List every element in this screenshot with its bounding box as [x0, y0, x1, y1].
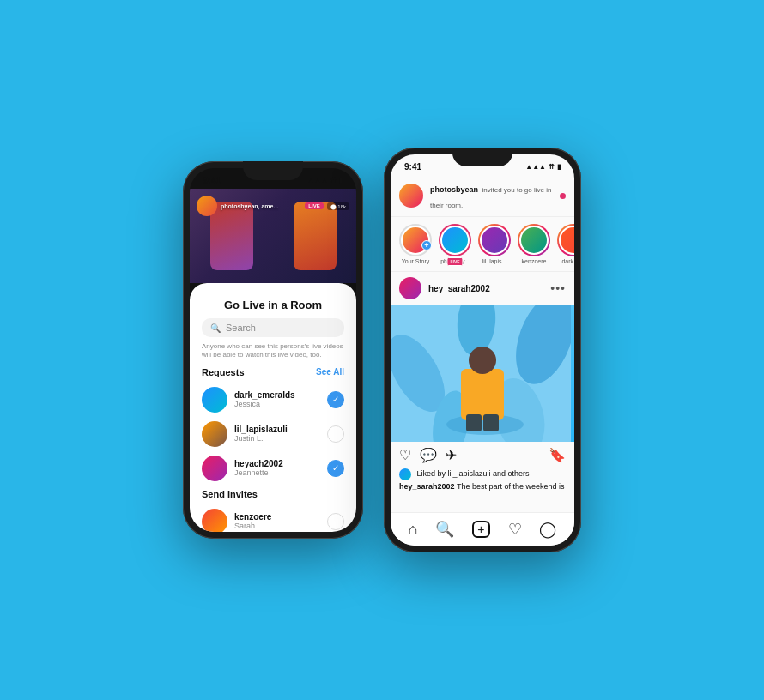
check-kenzoere[interactable] [327, 513, 344, 530]
story-item-dark-e[interactable]: dark_e... [557, 224, 574, 264]
send-invites-section-header: Send Invites [202, 489, 344, 499]
story-avatar-wrap-dark-e [557, 224, 574, 256]
story-avatar-wrap-kenzoere [518, 224, 550, 256]
requests-label: Requests [202, 367, 245, 377]
sheet-title: Go Live in a Room [202, 299, 344, 311]
avatar-lil-lapislazuli [202, 421, 227, 447]
caption-username: hey_sarah2002 [399, 482, 455, 491]
svg-rect-7 [461, 369, 504, 420]
search-bar[interactable]: 🔍 Search [202, 318, 344, 337]
username-dark-emeralds: dark_emeralds [234, 390, 320, 400]
post-avatar [399, 277, 421, 299]
svg-point-8 [469, 347, 496, 374]
live-story-badge: LIVE [446, 257, 463, 266]
post-actions: ♡ 💬 ✈ 🔖 [391, 442, 574, 468]
see-all-button[interactable]: See All [316, 367, 344, 377]
post-caption: hey_sarah2002 The best part of the weeke… [391, 482, 574, 496]
post-options-button[interactable]: ••• [550, 281, 566, 295]
story-item-photosby[interactable]: LIVE photosby... [439, 224, 471, 264]
story-label-lil-lapis: lil_lapis... [478, 258, 511, 264]
username-heyach2002: heyach2002 [234, 459, 320, 468]
bottom-sheet: Go Live in a Room 🔍 Search Anyone who ca… [190, 283, 356, 532]
nav-home-button[interactable]: ⌂ [408, 521, 417, 539]
send-invites-label: Send Invites [202, 489, 258, 499]
notification-avatar [399, 184, 423, 208]
check-dark-emeralds[interactable]: ✓ [327, 391, 344, 408]
caption-text: The best part of the weekend is [457, 482, 565, 491]
live-badge: LIVE [305, 202, 323, 209]
nav-heart-button[interactable]: ♡ [508, 520, 522, 539]
ig-notification-header: photosbyean invited you to go live in th… [391, 175, 574, 217]
notch-left [243, 161, 303, 180]
story-item-lil-lapis[interactable]: lil_lapis... [478, 224, 511, 264]
username-lil-lapislazuli: lil_lapislazuli [234, 425, 320, 434]
status-icons-left: ▲▲▲ ⇈ ▮ [307, 177, 343, 184]
svg-rect-10 [483, 414, 499, 431]
nav-add-button[interactable]: + [472, 521, 489, 538]
user-info-heyach2002: heyach2002 Jeannette [234, 459, 320, 477]
battery-icon: ▮ [339, 177, 343, 184]
check-heyach2002[interactable]: ✓ [327, 460, 344, 477]
svg-rect-9 [466, 414, 482, 431]
story-avatar-wrap-photosby [439, 224, 471, 256]
user-info-kenzoere: kenzoere Sarah [234, 512, 320, 530]
story-avatar-dark-e [559, 226, 574, 255]
user-info-dark-emeralds: dark_emeralds Jessica [234, 390, 320, 408]
signal-icon: ▲▲▲ [307, 177, 328, 184]
user-info-lil-lapislazuli: lil_lapislazuli Justin L. [234, 425, 320, 443]
search-icon: 🔍 [210, 323, 221, 333]
live-avatar [197, 196, 217, 216]
right-phone: 9:41 ▲▲▲ ⇈ ▮ photosbyean invited you to … [384, 148, 581, 552]
notification-dot [560, 193, 566, 199]
live-username: photosbyean, ame... [221, 203, 278, 209]
time-right: 9:41 [404, 162, 421, 172]
story-label-kenzoere: kenzoere [518, 258, 550, 264]
post-image [391, 305, 574, 442]
user-row-lil-lapislazuli: lil_lapislazuli Justin L. [202, 417, 344, 451]
bookmark-button[interactable]: 🔖 [549, 447, 566, 463]
story-label-dark-e: dark_e... [557, 258, 574, 264]
story-item-your[interactable]: + Your Story [399, 224, 432, 264]
usersubname-kenzoere: Sarah [234, 522, 320, 530]
post-likes: Liked by lil_lapislazuli and others [391, 468, 574, 480]
bottom-nav: ⌂ 🔍 + ♡ ◯ [391, 512, 574, 546]
nav-search-button[interactable]: 🔍 [435, 520, 454, 539]
requests-section-header: Requests See All [202, 367, 344, 377]
post-username[interactable]: hey_sarah2002 [428, 284, 543, 293]
avatar-heyach2002 [202, 456, 227, 481]
live-preview: photosbyean, ame... LIVE ⬤ 18k [190, 189, 356, 283]
story-avatar-photosby [440, 226, 470, 255]
usersubname-lil-lapislazuli: Justin L. [234, 434, 320, 443]
avatar-kenzoere [202, 509, 227, 532]
story-label-your: Your Story [399, 258, 432, 264]
phones-container: 9:41 ▲▲▲ ⇈ ▮ photosbyean, ame... LIVE ⬤ [183, 148, 581, 552]
usersubname-dark-emeralds: Jessica [234, 400, 320, 408]
post-image-content [391, 305, 574, 442]
check-lil-lapislazuli[interactable] [327, 425, 344, 443]
user-row-heyach2002: heyach2002 Jeannette ✓ [202, 451, 344, 486]
post-image-leaves [391, 305, 571, 442]
likes-text: Liked by lil_lapislazuli and others [417, 469, 530, 478]
battery-icon-right: ▮ [557, 163, 561, 171]
live-viewers: ⬤ 18k [327, 202, 349, 210]
signal-icon-right: ▲▲▲ [525, 163, 546, 171]
stories-row: + Your Story LIVE photosby... lil_la [391, 217, 574, 272]
hint-text: Anyone who can see this persons's live v… [202, 342, 344, 360]
status-icons-right: ▲▲▲ ⇈ ▮ [525, 163, 561, 171]
notch-right [452, 148, 512, 166]
comment-button[interactable]: 💬 [420, 447, 437, 463]
nav-profile-button[interactable]: ◯ [539, 520, 556, 539]
story-avatar-wrap-lil-lapis [478, 224, 511, 256]
time-left: 9:41 [203, 176, 221, 185]
search-placeholder: Search [226, 323, 256, 333]
like-button[interactable]: ♡ [399, 447, 411, 463]
story-avatar-lil-lapis [480, 226, 509, 255]
plus-icon: + [421, 240, 432, 250]
post-header: hey_sarah2002 ••• [391, 272, 574, 305]
story-item-kenzoere-story[interactable]: kenzoere [518, 224, 550, 264]
share-button[interactable]: ✈ [446, 447, 457, 463]
username-kenzoere: kenzoere [234, 512, 320, 522]
notification-text: photosbyean invited you to go live in th… [430, 180, 553, 211]
story-avatar-kenzoere [519, 226, 549, 255]
user-row-dark-emeralds: dark_emeralds Jessica ✓ [202, 383, 344, 417]
